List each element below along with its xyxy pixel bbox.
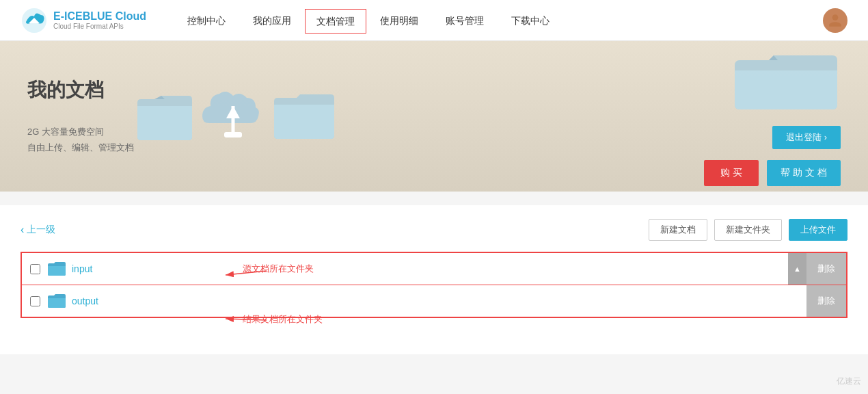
header: E-ICEBLUE Cloud Cloud File Format APIs 控… [0, 0, 868, 41]
file-row-output: output 删除 [21, 285, 847, 318]
input-delete-button[interactable]: 删除 [806, 253, 846, 285]
banner-desc: 2G 大容量免费空间 自由上传、编辑、管理文档 [27, 124, 134, 156]
nav-download-center[interactable]: 下载中心 [498, 0, 563, 41]
file-rows: input ▲ 删除 output [21, 252, 847, 341]
new-doc-button[interactable]: 新建文档 [649, 219, 707, 241]
main-nav: 控制中心 我的应用 文档管理 使用明细 账号管理 下载中心 [174, 0, 823, 41]
banner-folder-icon-1 [134, 89, 195, 144]
back-label: 上一级 [27, 224, 55, 236]
nav-my-apps[interactable]: 我的应用 [239, 0, 305, 41]
toolbar-right: 新建文档 新建文件夹 上传文件 [649, 219, 847, 241]
input-row-actions: ▲ 删除 [788, 253, 846, 285]
banner-desc-line2: 自由上传、编辑、管理文档 [27, 140, 134, 155]
file-row-input: input ▲ 删除 [21, 252, 847, 285]
header-right [823, 8, 847, 33]
buy-button[interactable]: 购 买 [704, 160, 759, 186]
logo-subtitle: Cloud File Format APIs [53, 23, 146, 30]
new-folder-button[interactable]: 新建文件夹 [714, 219, 782, 241]
output-folder-icon [47, 293, 66, 308]
nav-usage-detail[interactable]: 使用明细 [366, 0, 432, 41]
input-folder-name[interactable]: input [72, 263, 92, 274]
upload-file-button[interactable]: 上传文件 [789, 219, 847, 241]
banner: 我的文档 2G 大容量免费空间 自由上传、编辑、管理文档 退出登陆 › 购 买 [0, 41, 868, 192]
content-area: ‹ 上一级 新建文档 新建文件夹 上传文件 [0, 205, 868, 354]
help-button[interactable]: 帮 助 文 档 [767, 160, 841, 186]
file-list-container: input ▲ 删除 output [21, 252, 847, 341]
nav-doc-management[interactable]: 文档管理 [305, 9, 366, 34]
output-folder-checkbox[interactable] [30, 296, 40, 306]
logo-area: E-ICEBLUE Cloud Cloud File Format APIs [21, 7, 146, 34]
back-arrow-icon: ‹ [21, 224, 24, 236]
user-avatar[interactable] [823, 8, 847, 33]
banner-text: 我的文档 2G 大容量免费空间 自由上传、编辑、管理文档 [27, 77, 134, 156]
sort-up-button[interactable]: ▲ [788, 253, 806, 285]
banner-desc-line1: 2G 大容量免费空间 [27, 124, 134, 140]
logo-title: E-ICEBLUE Cloud [53, 10, 146, 23]
logo-icon [21, 7, 48, 34]
input-folder-icon [47, 261, 66, 276]
output-delete-button[interactable]: 删除 [806, 285, 846, 317]
logo-text: E-ICEBLUE Cloud Cloud File Format APIs [53, 10, 146, 30]
output-row-actions: 删除 [806, 285, 846, 317]
nav-account-management[interactable]: 账号管理 [432, 0, 498, 41]
file-toolbar: ‹ 上一级 新建文档 新建文件夹 上传文件 [21, 219, 847, 241]
banner-right: 退出登陆 › 购 买 帮 助 文 档 [704, 47, 841, 186]
banner-folder-right-icon [731, 47, 841, 115]
svg-rect-3 [224, 132, 242, 137]
banner-cloud-upload-icon [195, 86, 271, 147]
nav-control-center[interactable]: 控制中心 [174, 0, 239, 41]
input-folder-checkbox[interactable] [30, 264, 40, 274]
banner-folder-icon-2 [271, 88, 339, 146]
back-button[interactable]: ‹ 上一级 [21, 224, 55, 236]
output-folder-name[interactable]: output [72, 296, 98, 306]
banner-title: 我的文档 [27, 77, 134, 103]
banner-action-buttons: 购 买 帮 助 文 档 [704, 160, 841, 186]
logout-button[interactable]: 退出登陆 › [772, 126, 841, 149]
